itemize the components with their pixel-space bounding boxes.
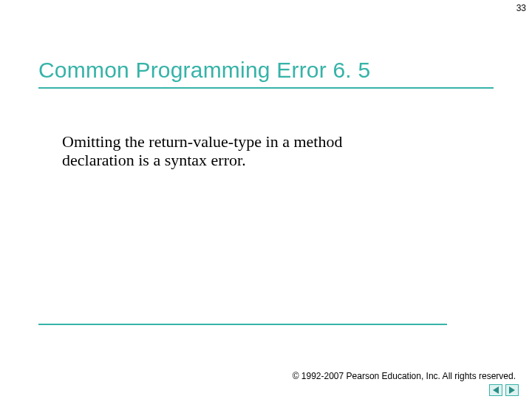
triangle-right-icon bbox=[509, 386, 515, 394]
slide-title: Common Programming Error 6. 5 bbox=[38, 58, 370, 83]
slide: 33 Common Programming Error 6. 5 Omittin… bbox=[0, 0, 532, 399]
title-underline bbox=[38, 87, 494, 89]
bottom-rule bbox=[38, 324, 447, 325]
body-text: Omitting the return-value-type in a meth… bbox=[62, 132, 409, 170]
next-button[interactable] bbox=[505, 384, 519, 396]
svg-marker-0 bbox=[493, 386, 499, 394]
page-number: 33 bbox=[516, 3, 526, 13]
svg-marker-1 bbox=[509, 386, 515, 394]
copyright-text: © 1992-2007 Pearson Education, Inc. All … bbox=[293, 371, 516, 381]
triangle-left-icon bbox=[493, 386, 499, 394]
nav-controls bbox=[489, 384, 519, 396]
prev-button[interactable] bbox=[489, 384, 502, 396]
